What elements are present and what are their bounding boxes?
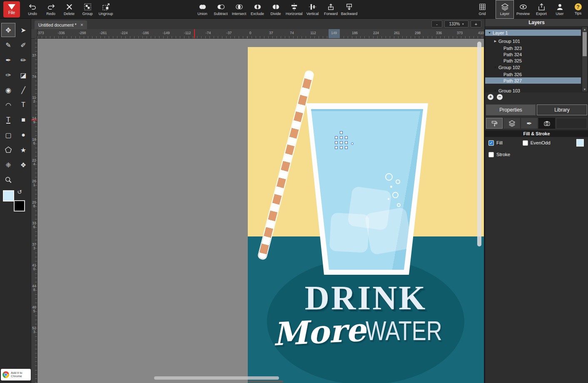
add-to-chrome-badge[interactable]: Add it to Chrome bbox=[1, 369, 31, 381]
poster-script-word[interactable]: More bbox=[272, 311, 366, 353]
union-button[interactable]: Union bbox=[193, 0, 212, 19]
star-tool[interactable]: ★ bbox=[16, 143, 30, 157]
bring-forward-button[interactable]: Forward bbox=[322, 0, 340, 19]
eraser-tool[interactable]: ◪ bbox=[16, 68, 30, 82]
bubble-shape[interactable] bbox=[396, 179, 400, 184]
path-node-handle[interactable] bbox=[335, 136, 338, 139]
pencil-tool[interactable]: ✏ bbox=[16, 53, 30, 67]
ice-cube-shape[interactable] bbox=[329, 213, 370, 253]
poster-subtitle-text[interactable]: More WATER bbox=[248, 313, 484, 351]
node-edit-tool[interactable]: ✐ bbox=[16, 38, 30, 52]
exclude-button[interactable]: Exclude bbox=[248, 0, 267, 19]
path-node-handle[interactable] bbox=[340, 131, 343, 134]
fill-color-swatch[interactable] bbox=[576, 139, 584, 147]
scroll-down-icon[interactable]: ▼ bbox=[582, 87, 587, 92]
path-node-handle[interactable] bbox=[345, 136, 348, 139]
artwork-page[interactable]: DRINK More WATER bbox=[248, 47, 484, 383]
layer-row[interactable]: Path 324 bbox=[485, 51, 581, 57]
preview-button[interactable]: Preview bbox=[514, 0, 532, 19]
path-node-handle[interactable] bbox=[340, 141, 343, 144]
user-button[interactable]: User bbox=[551, 0, 569, 19]
document-tab[interactable]: Untitled document * ✕ bbox=[35, 20, 87, 29]
file-menu-button[interactable]: File bbox=[3, 1, 20, 17]
layer-row[interactable]: ▶ Group 101 bbox=[485, 38, 581, 44]
bubble-shape[interactable] bbox=[392, 192, 399, 198]
horizontal-ruler[interactable]: -373 -336 -298 -261 -224 -186 -149 -112 … bbox=[37, 29, 484, 39]
subtract-button[interactable]: Subtract bbox=[212, 0, 230, 19]
tips-button[interactable]: ?Tips bbox=[569, 0, 587, 19]
fill-color-well[interactable] bbox=[3, 190, 14, 201]
layer-row[interactable]: ▼ Group 102 bbox=[485, 64, 581, 70]
send-backward-button[interactable]: Backward bbox=[340, 0, 359, 19]
canvas-horizontal-scrollbar[interactable] bbox=[154, 376, 279, 380]
zoom-level-dropdown[interactable]: 133% ▾ bbox=[444, 20, 468, 27]
text-tool[interactable]: T bbox=[16, 98, 30, 112]
brush-tool[interactable]: ✑ bbox=[1, 68, 15, 82]
snapshot-section-button[interactable] bbox=[538, 118, 555, 129]
intersect-button[interactable]: Intersect bbox=[230, 0, 248, 19]
select-tool[interactable]: ✥ bbox=[1, 23, 15, 37]
path-node-handle[interactable] bbox=[351, 142, 354, 145]
zoom-tool[interactable] bbox=[1, 173, 15, 187]
align-horizontal-button[interactable]: Horizontal bbox=[285, 0, 304, 19]
rounded-rect-tool[interactable]: ▢ bbox=[1, 128, 15, 142]
layer-row[interactable]: Path 327 bbox=[485, 77, 581, 84]
path-node-handle[interactable] bbox=[335, 146, 338, 149]
layer-row[interactable]: Path 325 bbox=[485, 57, 581, 64]
palette-tool[interactable]: ❖ bbox=[16, 158, 30, 172]
expander-icon[interactable]: ▼ bbox=[493, 66, 498, 69]
poster-title-text[interactable]: DRINK bbox=[248, 279, 484, 318]
path-node-handle[interactable] bbox=[345, 146, 348, 149]
arc-tool[interactable]: ◠ bbox=[1, 98, 15, 112]
polygon-tool[interactable] bbox=[1, 143, 15, 157]
fill-section-button[interactable] bbox=[486, 118, 503, 129]
bubble-shape[interactable] bbox=[385, 173, 393, 181]
add-layer-button[interactable]: + bbox=[488, 94, 493, 100]
ice-cube-shape[interactable] bbox=[364, 207, 413, 255]
path-node-handle[interactable] bbox=[335, 141, 338, 144]
freehand-select-tool[interactable]: ✎ bbox=[1, 38, 15, 52]
bubble-shape[interactable] bbox=[388, 198, 389, 200]
bubble-shape[interactable] bbox=[390, 186, 392, 188]
ellipse-tool[interactable]: ● bbox=[16, 128, 30, 142]
layers-section-button[interactable] bbox=[503, 118, 520, 129]
scrollbar-thumb[interactable] bbox=[583, 32, 587, 56]
fill-checkbox[interactable]: ✓ bbox=[488, 140, 494, 146]
expander-icon[interactable]: ▼ bbox=[493, 89, 498, 92]
line-tool[interactable]: ╱ bbox=[16, 83, 30, 97]
pen-tool[interactable]: ✒ bbox=[1, 53, 15, 67]
spiral-tool[interactable]: ◉ bbox=[1, 83, 15, 97]
path-node-handle[interactable] bbox=[340, 146, 343, 149]
stroke-color-well[interactable] bbox=[14, 200, 25, 211]
tab-properties[interactable]: Properties bbox=[486, 104, 536, 115]
text-path-tool[interactable]: T bbox=[1, 113, 15, 127]
canvas-viewport[interactable]: DRINK More WATER bbox=[37, 39, 484, 383]
group-button[interactable]: Group bbox=[78, 0, 97, 19]
path-node-handle[interactable] bbox=[345, 141, 348, 144]
path-node-handle[interactable] bbox=[340, 136, 343, 139]
bubble-shape[interactable] bbox=[397, 203, 401, 207]
tab-library[interactable]: Library bbox=[537, 104, 587, 115]
vertical-ruler[interactable]: 37 74 112 149 186 224 261 298 336 373 41… bbox=[31, 39, 37, 383]
layer-row[interactable]: Path 323 bbox=[485, 45, 581, 51]
delete-button[interactable]: Delete bbox=[60, 0, 78, 19]
zoom-in-button[interactable]: + bbox=[471, 20, 481, 27]
export-button[interactable]: Export bbox=[532, 0, 551, 19]
redo-button[interactable]: Redo bbox=[42, 0, 60, 19]
swap-colors-icon[interactable]: ↺ bbox=[17, 189, 22, 195]
ungroup-button[interactable]: Ungroup bbox=[97, 0, 115, 19]
divide-button[interactable]: Divide bbox=[267, 0, 285, 19]
evenodd-checkbox[interactable] bbox=[523, 140, 528, 146]
expander-icon[interactable]: ▼ bbox=[487, 31, 492, 34]
stroke-section-button[interactable]: ✒ bbox=[521, 118, 538, 129]
scroll-up-icon[interactable]: ▲ bbox=[582, 27, 587, 32]
stroke-checkbox[interactable] bbox=[488, 152, 494, 157]
align-vertical-button[interactable]: Vertical bbox=[304, 0, 322, 19]
remove-layer-button[interactable]: − bbox=[497, 94, 503, 100]
poster-caps-word[interactable]: WATER bbox=[366, 316, 442, 346]
expander-icon[interactable]: ▶ bbox=[493, 40, 498, 43]
rectangle-tool[interactable]: ■ bbox=[16, 113, 30, 127]
grid-button[interactable]: Grid bbox=[473, 0, 491, 19]
layers-scrollbar[interactable]: ▲ ▼ bbox=[582, 27, 588, 92]
subselect-tool[interactable]: ➤ bbox=[16, 23, 30, 37]
